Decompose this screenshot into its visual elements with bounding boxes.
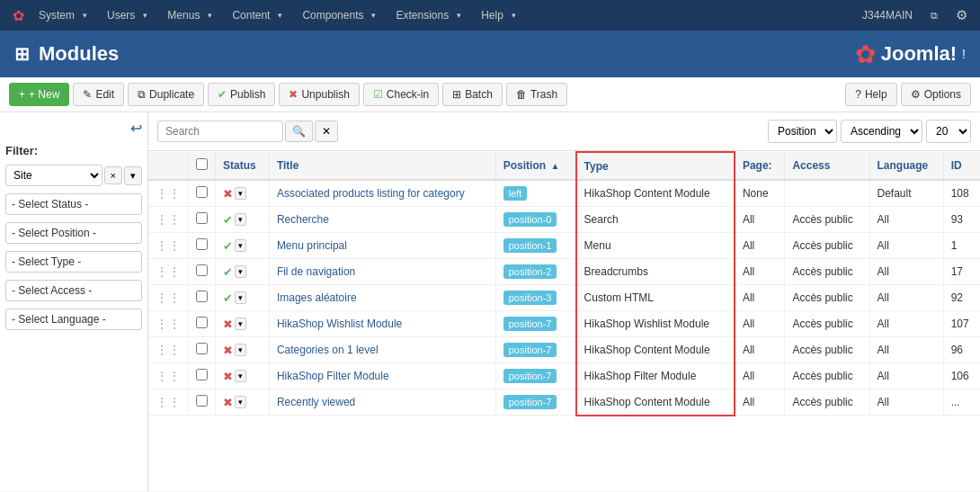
edit-button[interactable]: ✎ Edit: [73, 83, 124, 106]
status-dropdown[interactable]: ▾: [235, 396, 246, 408]
unpublish-button[interactable]: ✖ Unpublish: [279, 83, 359, 106]
status-icon[interactable]: ✖: [223, 318, 233, 331]
duplicate-button[interactable]: ⧉ Duplicate: [128, 83, 204, 106]
sort-order-select[interactable]: Ascending: [841, 120, 922, 143]
row-checkbox[interactable]: [196, 343, 208, 354]
system-menu[interactable]: System ▾: [33, 4, 98, 27]
drag-handle[interactable]: ⋮⋮: [148, 285, 189, 311]
module-title-link[interactable]: Menu principal: [277, 239, 347, 252]
position-filter[interactable]: - Select Position -: [5, 222, 142, 244]
position-col-header[interactable]: Position ▲: [495, 152, 575, 180]
status-icon[interactable]: ✔: [223, 265, 233, 279]
select-all-checkbox[interactable]: [196, 158, 208, 170]
title-col-header[interactable]: Title: [269, 152, 495, 180]
options-button[interactable]: ⚙ Options: [901, 83, 971, 106]
users-menu[interactable]: Users ▾: [102, 4, 158, 27]
status-icon[interactable]: ✖: [223, 396, 233, 409]
drag-handle[interactable]: ⋮⋮: [148, 363, 189, 389]
drag-handle[interactable]: ⋮⋮: [148, 389, 189, 416]
status-col-header[interactable]: Status: [216, 152, 270, 180]
module-title-link[interactable]: Categories on 1 level: [277, 344, 379, 356]
row-checkbox[interactable]: [196, 395, 208, 407]
language-col-header[interactable]: Language: [869, 152, 943, 180]
module-title-link[interactable]: Images aléatoire: [277, 291, 357, 304]
batch-button[interactable]: ⊞ Batch: [442, 83, 503, 106]
checkin-button[interactable]: ☑ Check-in: [363, 83, 439, 106]
drag-handle[interactable]: ⋮⋮: [148, 180, 189, 207]
status-dropdown[interactable]: ▾: [235, 187, 246, 200]
module-title-link[interactable]: Recherche: [277, 213, 329, 226]
row-checkbox[interactable]: [196, 186, 208, 198]
access-filter[interactable]: - Select Access -: [5, 280, 142, 301]
content-menu[interactable]: Content ▾: [227, 4, 293, 27]
search-input[interactable]: [157, 121, 283, 142]
extensions-menu[interactable]: Extensions ▾: [390, 4, 472, 27]
help-menu[interactable]: Help ▾: [476, 4, 527, 27]
status-icon[interactable]: ✔: [223, 239, 233, 253]
sort-by-select[interactable]: Position: [768, 120, 837, 143]
status-icon[interactable]: ✖: [223, 370, 233, 383]
components-menu[interactable]: Components ▾: [297, 4, 387, 27]
drag-handle[interactable]: ⋮⋮: [148, 259, 189, 285]
status-icon[interactable]: ✔: [223, 213, 233, 227]
status-icon[interactable]: ✖: [223, 187, 233, 201]
language-cell: Default: [869, 180, 943, 207]
status-dropdown[interactable]: ▾: [235, 265, 246, 278]
site-select[interactable]: Site: [5, 165, 102, 186]
row-checkbox-cell: [189, 311, 216, 337]
site-clear-button[interactable]: ×: [104, 166, 122, 184]
status-dropdown[interactable]: ▾: [235, 291, 246, 304]
drag-handle[interactable]: ⋮⋮: [148, 337, 189, 363]
id-cell: 93: [943, 207, 980, 233]
status-icon[interactable]: ✖: [223, 344, 233, 357]
clear-search-button[interactable]: ✕: [315, 121, 338, 142]
x-circle-icon: ✖: [289, 88, 298, 101]
site-name[interactable]: J344MAIN: [857, 5, 918, 25]
help-button[interactable]: ? Help: [845, 83, 896, 106]
module-title-link[interactable]: HikaShop Wishlist Module: [277, 318, 402, 330]
row-checkbox[interactable]: [196, 238, 208, 250]
toolbar: + + New ✎ Edit ⧉ Duplicate ✔ Publish ✖ U…: [0, 77, 980, 112]
row-checkbox[interactable]: [196, 317, 208, 328]
trash-button[interactable]: 🗑 Trash: [506, 83, 567, 106]
status-dropdown[interactable]: ▾: [235, 213, 246, 226]
new-button[interactable]: + + New: [9, 83, 69, 106]
module-title-link[interactable]: Associated products listing for category: [277, 187, 465, 200]
status-filter[interactable]: - Select Status -: [5, 193, 142, 215]
module-title-link[interactable]: HikaShop Filter Module: [277, 370, 389, 382]
row-checkbox[interactable]: [196, 291, 208, 302]
module-title-link[interactable]: Fil de navigation: [277, 265, 355, 278]
type-cell: HikaShop Content Module: [576, 337, 735, 363]
drag-handle[interactable]: ⋮⋮: [148, 207, 189, 233]
status-dropdown[interactable]: ▾: [235, 318, 246, 330]
title-cell: Recently viewed: [269, 389, 495, 416]
type-cell: HikaShop Content Module: [576, 389, 735, 416]
drag-handle[interactable]: ⋮⋮: [148, 233, 189, 259]
module-title-link[interactable]: Recently viewed: [277, 396, 355, 408]
type-col-header[interactable]: Type: [576, 152, 735, 180]
access-col-header[interactable]: Access: [785, 152, 869, 180]
status-dropdown[interactable]: ▾: [235, 344, 246, 356]
language-filter[interactable]: - Select Language -: [5, 309, 142, 330]
collapse-icon[interactable]: ↩: [130, 121, 142, 136]
row-checkbox[interactable]: [196, 212, 208, 224]
row-checkbox[interactable]: [196, 264, 208, 276]
gear-icon[interactable]: ⚙: [950, 4, 973, 27]
status-icon[interactable]: ✔: [223, 291, 233, 305]
pages-col-header[interactable]: Page:: [735, 152, 785, 180]
publish-button[interactable]: ✔ Publish: [208, 83, 275, 106]
type-filter[interactable]: - Select Type -: [5, 251, 142, 273]
sidebar-toggle[interactable]: ↩: [5, 120, 142, 137]
id-col-header[interactable]: ID: [943, 152, 980, 180]
per-page-select[interactable]: 20: [926, 120, 971, 143]
search-button[interactable]: 🔍: [285, 121, 313, 142]
position-cell: position-3: [495, 285, 575, 311]
status-dropdown[interactable]: ▾: [235, 370, 246, 382]
checkbox-col-header[interactable]: [189, 152, 216, 180]
row-checkbox[interactable]: [196, 369, 208, 380]
menus-menu[interactable]: Menus ▾: [162, 4, 223, 27]
site-arrow-button[interactable]: ▾: [124, 166, 142, 185]
drag-handle[interactable]: ⋮⋮: [148, 311, 189, 337]
status-dropdown[interactable]: ▾: [235, 239, 246, 252]
status-cell: ✔ ▾: [216, 233, 270, 259]
